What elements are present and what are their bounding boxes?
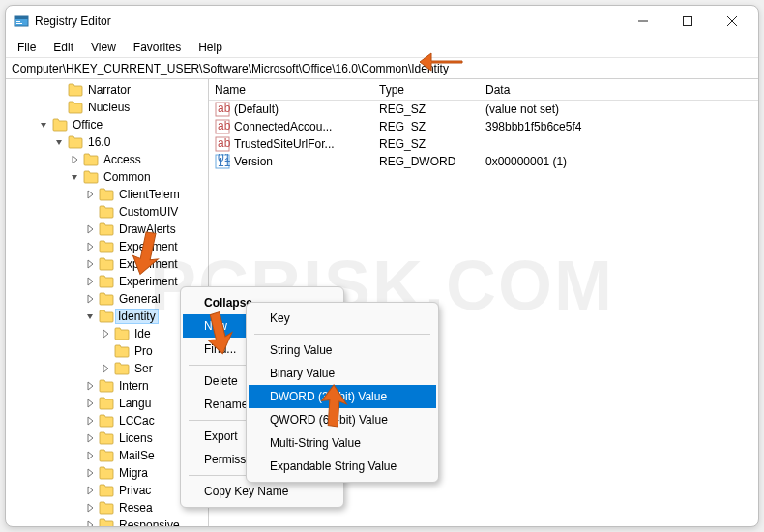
tree-item[interactable]: Ide bbox=[6, 325, 208, 342]
twist-none bbox=[83, 205, 97, 219]
tree-item[interactable]: MailSe bbox=[6, 447, 208, 464]
list-row[interactable]: abTrustedSiteUrlFor...REG_SZ bbox=[209, 135, 758, 153]
tree-item-label: Langu bbox=[118, 397, 152, 410]
tree-item[interactable]: General bbox=[6, 290, 208, 308]
chevron-right-icon[interactable] bbox=[83, 414, 97, 428]
tree-item[interactable]: Office bbox=[6, 116, 208, 133]
chevron-right-icon[interactable] bbox=[83, 257, 97, 271]
chevron-right-icon[interactable] bbox=[83, 292, 97, 306]
tree-item[interactable]: Responsive bbox=[6, 517, 208, 526]
tree-item[interactable]: Narrator bbox=[6, 81, 208, 99]
tree-item[interactable]: Langu bbox=[6, 395, 208, 412]
tree-item[interactable]: Licens bbox=[6, 429, 208, 447]
chevron-right-icon[interactable] bbox=[83, 275, 97, 288]
svg-text:ab: ab bbox=[218, 136, 230, 150]
value-name: Version bbox=[234, 155, 273, 168]
context-submenu-new[interactable]: KeyString ValueBinary ValueDWORD (32-bit… bbox=[246, 302, 439, 483]
tree-item[interactable]: Identity bbox=[6, 308, 208, 325]
minimize-button[interactable] bbox=[621, 6, 665, 37]
close-button[interactable] bbox=[710, 6, 754, 37]
chevron-right-icon[interactable] bbox=[68, 153, 81, 166]
list-row[interactable]: ab(Default)REG_SZ(value not set) bbox=[209, 101, 758, 118]
list-header-type[interactable]: Type bbox=[373, 83, 480, 97]
menu-item-label: Copy Key Name bbox=[204, 485, 288, 498]
menu-file[interactable]: File bbox=[10, 39, 44, 56]
tree-item[interactable]: Resea bbox=[6, 499, 208, 517]
tree-item[interactable]: Ser bbox=[6, 360, 208, 377]
chevron-right-icon[interactable] bbox=[83, 240, 97, 253]
tree-item-label: Pro bbox=[133, 344, 154, 358]
tree-item[interactable]: Nucleus bbox=[6, 99, 208, 116]
tree-item[interactable]: 16.0 bbox=[6, 133, 208, 151]
tree-item-label: LCCac bbox=[118, 414, 156, 428]
chevron-down-icon[interactable] bbox=[83, 310, 97, 323]
chevron-right-icon[interactable] bbox=[99, 327, 112, 340]
tree-pane[interactable]: NarratorNucleusOffice16.0AccessCommonCli… bbox=[6, 79, 209, 526]
folder-icon bbox=[99, 501, 114, 515]
chevron-down-icon[interactable] bbox=[37, 118, 50, 132]
chevron-right-icon[interactable] bbox=[83, 397, 97, 410]
chevron-right-icon[interactable] bbox=[83, 379, 97, 393]
tree-item[interactable]: ClientTelem bbox=[6, 186, 208, 203]
svg-rect-4 bbox=[684, 17, 692, 26]
folder-icon bbox=[99, 414, 114, 428]
maximize-button[interactable] bbox=[665, 6, 710, 37]
tree-item-label: Migra bbox=[118, 466, 149, 480]
chevron-down-icon[interactable] bbox=[52, 135, 66, 149]
chevron-right-icon[interactable] bbox=[83, 501, 97, 515]
tree-item[interactable]: Experiment bbox=[6, 255, 208, 273]
chevron-right-icon[interactable] bbox=[83, 484, 97, 497]
chevron-right-icon[interactable] bbox=[83, 518, 97, 526]
chevron-right-icon[interactable] bbox=[83, 222, 97, 236]
tree-item[interactable]: Access bbox=[6, 151, 208, 168]
tree-item-label: Experiment bbox=[118, 240, 179, 253]
chevron-right-icon[interactable] bbox=[83, 449, 97, 462]
menu-item-label: Expandable String Value bbox=[270, 459, 397, 473]
submenu-item[interactable]: Key bbox=[249, 307, 436, 330]
chevron-right-icon[interactable] bbox=[83, 431, 97, 445]
tree-item[interactable]: Pro bbox=[6, 342, 208, 360]
window-controls bbox=[621, 6, 754, 37]
tree-item-label: Privac bbox=[118, 484, 152, 497]
list-header-name[interactable]: Name bbox=[209, 83, 373, 97]
twist-none bbox=[52, 101, 66, 114]
svg-text:ab: ab bbox=[218, 102, 230, 115]
tree-item[interactable]: LCCac bbox=[6, 412, 208, 429]
menu-help[interactable]: Help bbox=[191, 39, 230, 56]
tree-item[interactable]: Common bbox=[6, 168, 208, 186]
tree-item[interactable]: Intern bbox=[6, 377, 208, 395]
tree-item[interactable]: Privac bbox=[6, 482, 208, 499]
list-row[interactable]: 011110VersionREG_DWORD0x00000001 (1) bbox=[209, 153, 758, 170]
chevron-right-icon[interactable] bbox=[83, 466, 97, 480]
chevron-down-icon[interactable] bbox=[68, 170, 81, 184]
context-menu-item[interactable]: Copy Key Name bbox=[183, 480, 341, 503]
folder-icon bbox=[114, 327, 130, 340]
submenu-item[interactable]: Expandable String Value bbox=[249, 455, 436, 478]
list-row[interactable]: abConnectedAccou...REG_SZ398bbb1f5b6ce5f… bbox=[209, 118, 758, 135]
chevron-right-icon[interactable] bbox=[83, 188, 97, 201]
folder-icon bbox=[99, 240, 114, 253]
menu-edit[interactable]: Edit bbox=[45, 39, 81, 56]
submenu-item[interactable]: DWORD (32-bit) Value bbox=[249, 385, 436, 408]
menu-view[interactable]: View bbox=[83, 39, 124, 56]
folder-icon bbox=[114, 344, 130, 358]
value-name: (Default) bbox=[234, 103, 279, 116]
tree-item[interactable]: Migra bbox=[6, 464, 208, 482]
tree-item[interactable]: CustomUIV bbox=[6, 203, 208, 221]
submenu-item[interactable]: Multi-String Value bbox=[249, 431, 436, 455]
string-value-icon: ab bbox=[215, 136, 230, 152]
folder-icon bbox=[99, 484, 114, 497]
submenu-item[interactable]: QWORD (64-bit) Value bbox=[249, 408, 436, 431]
address-bar[interactable]: Computer\HKEY_CURRENT_USER\Software\Micr… bbox=[6, 58, 758, 79]
folder-icon bbox=[83, 170, 99, 184]
tree-item[interactable]: DrawAlerts bbox=[6, 221, 208, 238]
chevron-right-icon[interactable] bbox=[99, 362, 112, 375]
submenu-item[interactable]: Binary Value bbox=[249, 362, 436, 385]
list-header-data[interactable]: Data bbox=[480, 83, 758, 97]
tree-item[interactable]: Experiment bbox=[6, 273, 208, 290]
value-name: TrustedSiteUrlFor... bbox=[234, 137, 335, 151]
folder-icon bbox=[68, 83, 83, 97]
tree-item[interactable]: Experiment bbox=[6, 238, 208, 255]
menu-favorites[interactable]: Favorites bbox=[126, 39, 189, 56]
submenu-item[interactable]: String Value bbox=[249, 339, 436, 362]
